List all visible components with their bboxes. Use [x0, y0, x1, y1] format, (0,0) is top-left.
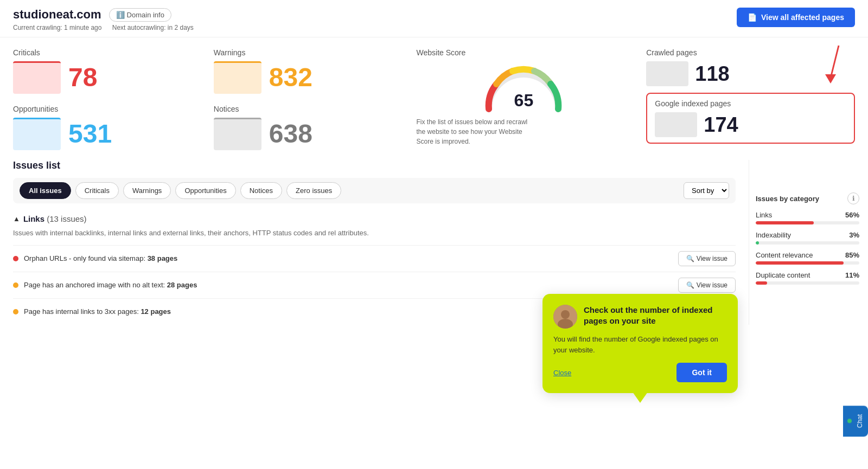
view-issue-btn-1[interactable]: 🔍 View issue [678, 251, 736, 266]
tab-warnings[interactable]: Warnings [123, 182, 171, 199]
metric-duplicate-content-bar-fill [756, 281, 767, 285]
stats-area: Criticals 78 Warnings 832 Opportunities … [0, 37, 868, 156]
metric-duplicate-content: Duplicate content 11% [756, 271, 859, 285]
sidebar-info-btn[interactable]: ℹ [847, 192, 859, 204]
issue-text-2: Page has an anchored image with no alt t… [24, 281, 678, 289]
crawled-pages-value: 118 [695, 63, 729, 84]
issue-row-1: Orphan URLs - only found via sitemap: 38… [13, 245, 736, 272]
opportunities-bar [13, 118, 61, 150]
warnings-value: 832 [269, 65, 312, 91]
website-score-description: Fix the list of issues below and recrawl… [417, 117, 536, 146]
header: studioneat.com ℹ️ Domain info Current cr… [0, 0, 868, 37]
warnings-label: Warnings [214, 48, 401, 57]
issues-title: Issues list [13, 160, 736, 171]
domain-info-button[interactable]: ℹ️ Domain info [109, 8, 171, 22]
notices-bar [214, 118, 261, 150]
gauge-score: 65 [514, 91, 534, 111]
notices-value: 638 [269, 121, 312, 147]
header-left: studioneat.com ℹ️ Domain info Current cr… [13, 8, 194, 31]
warnings-card: Warnings 832 [214, 48, 401, 94]
opportunities-label: Opportunities [13, 105, 201, 113]
metric-links-bar-fill [756, 221, 814, 224]
website-score-card: Website Score 65 Fix the list of issues … [410, 48, 638, 146]
group-title: Links (13 issues) [23, 214, 87, 223]
notices-label: Notices [214, 105, 401, 113]
stats-left-grid: Criticals 78 Warnings 832 Opportunities … [13, 48, 401, 150]
filter-tabs: All issues Criticals Warnings Opportunit… [20, 182, 341, 199]
collapse-icon: ▲ [13, 215, 20, 223]
next-crawl: Next autocrawling: in 2 days [112, 24, 194, 31]
sort-select[interactable]: Sort by [684, 182, 729, 199]
tab-all-issues[interactable]: All issues [20, 182, 71, 199]
notices-card: Notices 638 [214, 105, 401, 150]
search-icon-2: 🔍 [686, 281, 694, 289]
metric-links-bar-bg [756, 221, 859, 224]
metric-content-relevance: Content relevance 85% [756, 251, 859, 265]
filter-bar: All issues Criticals Warnings Opportunit… [13, 178, 736, 203]
metric-content-relevance-pct: 85% [845, 251, 859, 259]
view-all-affected-button[interactable]: 📄 View all affected pages [737, 8, 855, 27]
crawled-pages-bar [646, 61, 688, 86]
criticals-card: Criticals 78 [13, 48, 201, 94]
opportunities-card: Opportunities 531 [13, 105, 201, 150]
issue-text-1: Orphan URLs - only found via sitemap: 38… [24, 254, 678, 262]
issue-indicator-orange-1 [13, 282, 18, 288]
metric-content-relevance-bar-bg [756, 261, 859, 265]
main-area: Issues list All issues Criticals Warning… [0, 160, 868, 325]
metric-indexability-bar-bg [756, 241, 859, 245]
tooltip-header: Check out the number of indexed pages on… [553, 305, 727, 325]
view-issue-btn-2[interactable]: 🔍 View issue [678, 278, 736, 293]
arrow-svg [817, 43, 844, 86]
issues-group-header[interactable]: ▲ Links (13 issues) [13, 210, 736, 228]
metric-content-relevance-label: Content relevance [756, 251, 813, 259]
gauge-wrapper: 65 [480, 61, 567, 113]
google-indexed-card: Google indexed pages 174 [646, 93, 855, 144]
crawl-status: Current crawling: 1 minute ago Next auto… [13, 24, 194, 31]
google-indexed-label: Google indexed pages [655, 99, 846, 108]
metric-indexability: Indexability 3% [756, 231, 859, 245]
metric-duplicate-content-label: Duplicate content [756, 271, 810, 279]
tab-notices[interactable]: Notices [240, 182, 282, 199]
tooltip-popup: Check out the number of indexed pages on… [542, 294, 738, 325]
metric-duplicate-content-bar-bg [756, 281, 859, 285]
search-icon-1: 🔍 [686, 255, 694, 262]
site-title: studioneat.com [13, 8, 101, 22]
svg-point-3 [561, 310, 570, 319]
metric-duplicate-content-pct: 11% [845, 271, 859, 279]
metric-indexability-bar-fill [756, 241, 759, 245]
tooltip-avatar [553, 305, 577, 325]
issue-indicator-red [13, 256, 18, 261]
current-crawl: Current crawling: 1 minute ago [13, 24, 101, 31]
doc-icon: 📄 [748, 13, 757, 22]
opportunities-value: 531 [68, 121, 112, 147]
tab-opportunities[interactable]: Opportunities [175, 182, 235, 199]
svg-line-0 [831, 46, 839, 78]
metric-content-relevance-bar-fill [756, 261, 844, 265]
issue-indicator-orange-2 [13, 309, 18, 314]
warnings-bar [214, 61, 261, 94]
tab-criticals[interactable]: Criticals [75, 182, 119, 199]
domain-info-label: Domain info [127, 11, 164, 19]
right-sidebar: Issues by category ℹ Links 56% Indexabil… [749, 160, 868, 325]
tab-zero-issues[interactable]: Zero issues [286, 182, 341, 199]
metric-links: Links 56% [756, 211, 859, 224]
metric-indexability-label: Indexability [756, 231, 791, 239]
svg-marker-1 [825, 74, 836, 83]
metric-indexability-pct: 3% [849, 231, 859, 239]
info-icon: ℹ️ [116, 11, 125, 19]
sidebar-section-label: Issues by category [756, 195, 819, 203]
group-description: Issues with internal backlinks, internal… [13, 228, 736, 239]
tooltip-title: Check out the number of indexed pages on… [584, 305, 727, 325]
pages-section: Crawled pages 118 Google indexed pages 1… [646, 48, 855, 144]
criticals-label: Criticals [13, 48, 201, 57]
google-indexed-bar [655, 112, 697, 137]
criticals-bar [13, 61, 61, 94]
google-indexed-value: 174 [704, 114, 738, 135]
criticals-value: 78 [68, 65, 97, 91]
website-score-label: Website Score [417, 48, 631, 57]
avatar-svg [553, 305, 577, 325]
metric-links-label: Links [756, 211, 772, 219]
sidebar-header: Issues by category ℹ [756, 192, 859, 204]
view-all-label: View all affected pages [761, 13, 844, 22]
metric-links-pct: 56% [845, 211, 859, 219]
